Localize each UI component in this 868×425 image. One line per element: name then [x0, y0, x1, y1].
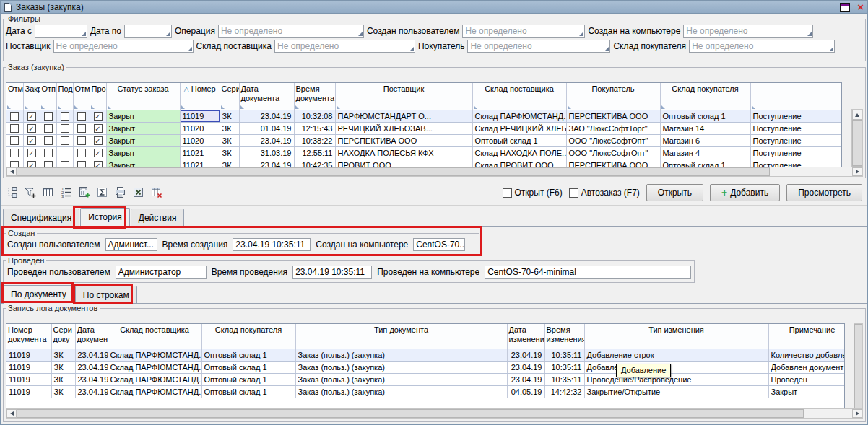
sum-icon[interactable] [95, 185, 110, 201]
table-row[interactable]: Закрыт11021ЗК31.03.1912:55:11НАХОДКА ПОЛ… [6, 146, 842, 159]
checkbox-icon[interactable] [503, 188, 512, 198]
row-checkbox[interactable] [27, 136, 36, 145]
tab-specification[interactable]: Спецификация [3, 209, 79, 226]
scroll-left-icon[interactable] [6, 167, 17, 176]
table-row[interactable]: Закрыт11020ЗК23.04.1910:38:22ПЕРСПЕКТИВА… [6, 134, 842, 146]
table-row[interactable]: 11019ЗК23.04.19Склад ПАРФЮМСТАНД...Оптов… [6, 373, 845, 385]
table-row[interactable]: 11019ЗК23.04.19Склад ПАРФЮМСТАНД...Оптов… [6, 361, 845, 373]
row-checkbox[interactable] [61, 136, 69, 145]
filter-created-by-user-input[interactable]: Не определено [462, 25, 585, 38]
add-button[interactable]: +Добавить [710, 184, 780, 201]
row-checkbox[interactable] [94, 149, 103, 157]
numbered-list-icon[interactable]: 123 [58, 185, 74, 201]
column-header[interactable]: Время изменения [544, 324, 584, 349]
excel-icon[interactable] [131, 185, 147, 201]
row-checkbox[interactable] [94, 124, 103, 133]
column-header[interactable]: Покупатель [566, 83, 660, 110]
column-header[interactable]: Про [90, 83, 106, 110]
print-icon[interactable] [113, 185, 129, 201]
row-checkbox[interactable] [10, 149, 19, 157]
column-header[interactable]: Склад покупателя [201, 324, 295, 349]
open-f6-checkbox[interactable]: Открыт (F6) [503, 188, 563, 198]
row-checkbox[interactable] [77, 149, 86, 157]
open-button[interactable]: Открыть [646, 184, 703, 201]
row-checkbox[interactable] [61, 112, 69, 121]
scrollbar-track[interactable] [804, 409, 852, 418]
row-checkbox[interactable] [27, 149, 36, 157]
row-checkbox[interactable] [77, 136, 86, 145]
column-header[interactable]: Статус заказа [106, 83, 180, 110]
filter-operation-input[interactable]: Не определено [218, 25, 364, 38]
filter-buyer-warehouse-input[interactable]: Не определено [689, 40, 835, 53]
column-header[interactable]: Тип документа [295, 324, 507, 349]
table-row[interactable]: 11019ЗК23.04.19Склад ПАРФЮМСТАНД...Оптов… [6, 385, 845, 398]
row-checkbox[interactable] [44, 112, 53, 121]
log-horizontal-scrollbar[interactable] [6, 408, 863, 419]
column-header[interactable] [750, 83, 842, 110]
checkbox-icon[interactable] [569, 188, 578, 198]
row-checkbox[interactable] [27, 112, 36, 121]
column-header[interactable]: Примечание [768, 324, 845, 349]
created-computer-input[interactable]: CentOS-70... [413, 238, 465, 251]
column-header[interactable]: Поставщик [335, 83, 472, 110]
scroll-left-icon[interactable] [6, 409, 17, 418]
column-header[interactable]: Отм [6, 83, 23, 110]
filter-created-on-computer-input[interactable]: Не определено [683, 25, 813, 38]
scroll-right-icon[interactable] [852, 167, 862, 176]
column-header[interactable]: Закр [23, 83, 40, 110]
row-checkbox[interactable] [44, 149, 53, 157]
filter-date-from-input[interactable] [35, 25, 87, 38]
maximize-icon[interactable] [840, 3, 850, 12]
scrollbar-thumb[interactable] [17, 409, 804, 418]
column-header[interactable]: △ Номер [180, 83, 220, 110]
column-header[interactable]: Дата документа [75, 324, 108, 349]
row-checkbox[interactable] [10, 136, 19, 145]
posted-computer-input[interactable]: CentOS-70-64-minimal [485, 266, 691, 279]
row-checkbox[interactable] [94, 112, 103, 121]
column-header[interactable]: Отм [73, 83, 90, 110]
scrollbar-thumb[interactable] [852, 120, 862, 166]
column-header[interactable]: Сери доку [51, 324, 75, 349]
row-checkbox[interactable] [27, 124, 36, 133]
filter-supplier-input[interactable]: Не определено [53, 40, 194, 53]
scroll-up-icon[interactable] [852, 110, 862, 120]
filter-supplier-warehouse-input[interactable]: Не определено [274, 40, 415, 53]
tab-by-rows[interactable]: По строкам [75, 286, 137, 303]
scroll-right-icon[interactable] [852, 409, 862, 418]
row-checkbox[interactable] [77, 112, 86, 121]
filter-add-icon[interactable] [22, 185, 38, 201]
row-checkbox[interactable] [10, 124, 19, 133]
row-checkbox[interactable] [77, 124, 86, 133]
posted-by-user-input[interactable]: Администратор [116, 266, 207, 279]
table-row[interactable]: Закрыт11020ЗК01.04.1912:15:43РЕЧИЦКИЙ ХЛ… [6, 122, 842, 134]
column-header[interactable]: Время документа [294, 83, 335, 110]
log-vertical-scrollbar[interactable] [854, 323, 863, 411]
column-header[interactable]: Отп [40, 83, 56, 110]
columns-icon[interactable] [40, 185, 56, 201]
filter-buyer-input[interactable]: Не определено [467, 40, 610, 53]
tab-by-document[interactable]: По документу [3, 285, 74, 304]
calculator-add-icon[interactable] [77, 185, 92, 201]
table-row[interactable]: 11019ЗК23.04.19Склад ПАРФЮМСТАНД...Оптов… [6, 349, 845, 361]
scrollbar-thumb[interactable] [854, 324, 862, 410]
table-row[interactable]: Закрыт11019ЗК23.04.1910:32:08ПАРФЮМСТАНД… [6, 110, 842, 122]
scrollbar-track[interactable] [770, 167, 852, 176]
tab-actions[interactable]: Действия [131, 209, 185, 226]
column-header[interactable]: Дата документа [239, 83, 294, 110]
filter-date-to-input[interactable] [124, 25, 172, 38]
close-icon[interactable] [857, 3, 864, 12]
created-by-user-input[interactable]: Админист... [105, 238, 157, 251]
column-header[interactable]: Тип изменения [584, 324, 768, 349]
row-checkbox[interactable] [61, 124, 69, 133]
column-header[interactable]: Номер документа [6, 324, 51, 349]
scrollbar-thumb[interactable] [17, 167, 770, 176]
view-button[interactable]: Просмотреть [786, 184, 862, 201]
row-checkbox[interactable] [61, 149, 69, 157]
auto-order-f7-checkbox[interactable]: Автозаказ (F7) [569, 188, 640, 198]
column-header[interactable]: Под [56, 83, 73, 110]
row-checkbox[interactable] [44, 124, 53, 133]
row-checkbox[interactable] [10, 112, 19, 121]
posted-time-input[interactable]: 23.04.19 10:35:11 [292, 266, 372, 279]
row-checkbox[interactable] [94, 136, 103, 145]
column-header[interactable]: Склад поставщика [472, 83, 566, 110]
